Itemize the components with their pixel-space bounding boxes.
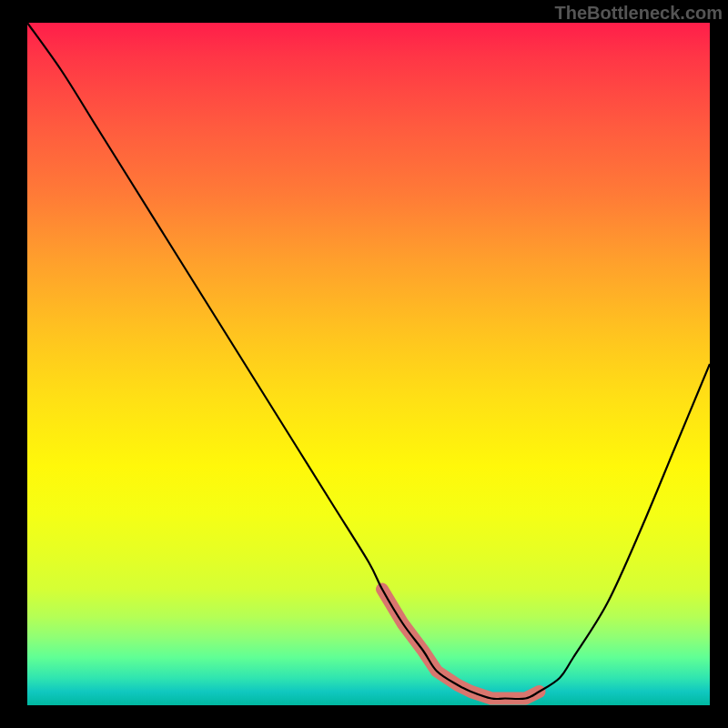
chart-plot-area bbox=[27, 23, 710, 705]
highlight-segment bbox=[382, 590, 540, 699]
bottleneck-curve-svg bbox=[27, 23, 710, 705]
curve-path bbox=[27, 23, 710, 699]
watermark-text: TheBottleneck.com bbox=[555, 3, 723, 24]
